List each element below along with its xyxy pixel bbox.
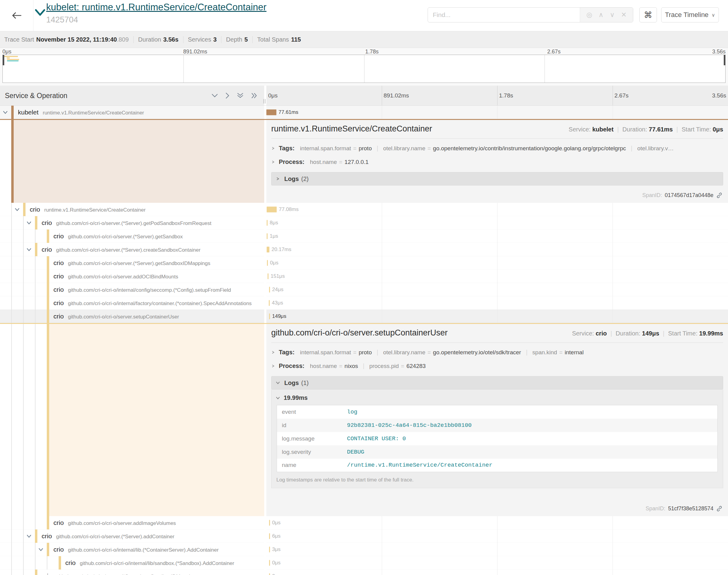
minimap-tick-label: 891.02ms	[183, 48, 207, 55]
tags-row[interactable]: Tags:internal.span.format=proto|otel.lib…	[271, 145, 723, 152]
span-service-name: criogithub.com/cri-o/cri-o/server.(*Serv…	[54, 259, 210, 267]
span-row[interactable]: criogithub.com/cri-o/cri-o/internal/conf…	[0, 283, 728, 296]
log-entry-toggle[interactable]: 19.99ms	[276, 394, 719, 401]
summary-item: Total Spans115	[253, 36, 305, 43]
span-duration-bar[interactable]	[269, 547, 270, 552]
span-operation-name: github.com/cri-o/cri-o/server.(*Server).…	[68, 234, 183, 240]
row-chevron-icon[interactable]	[26, 248, 32, 251]
span-duration-bar[interactable]	[269, 287, 270, 293]
span-row[interactable]: criogithub.com/cri-o/cri-o/server.addOCI…	[0, 270, 728, 283]
row-chevron-icon[interactable]	[26, 534, 32, 538]
chevron-right-icon	[271, 161, 275, 163]
span-duration-label: 43μs	[272, 300, 283, 306]
span-service-name: criogithub.com/cri-o/cri-o/internal/lib.…	[54, 546, 219, 553]
span-duration-bar[interactable]	[267, 220, 268, 226]
span-row[interactable]: kubeletruntime.v1.RuntimeService/CreateC…	[0, 106, 728, 119]
link-icon[interactable]	[716, 505, 723, 512]
tag-kv: otel.library.name=go.opentelemetry.io/ot…	[383, 349, 521, 356]
link-icon[interactable]	[716, 192, 723, 199]
span-operation-name: runtime.v1.RuntimeService/CreateContaine…	[43, 110, 144, 116]
span-duration-bar[interactable]	[267, 260, 268, 266]
span-row[interactable]: criogithub.com/cri-o/cri-o/server.(*Serv…	[0, 256, 728, 270]
span-row[interactable]: crioruntime.v1.RuntimeService/CreateCont…	[0, 203, 728, 216]
span-service-name: criogithub.com/cri-o/cri-o/internal/lib/…	[65, 559, 234, 567]
summary-item: Duration3.56s	[134, 36, 184, 43]
service-color-bar	[47, 270, 49, 283]
keyboard-shortcuts-button[interactable]: ⌘	[639, 7, 657, 23]
span-duration-bar[interactable]	[269, 533, 270, 539]
row-chevron-icon[interactable]	[26, 221, 32, 225]
span-duration-bar[interactable]	[267, 233, 268, 239]
view-selector-button[interactable]: Trace Timeline ∨	[661, 7, 719, 23]
summary-item: Trace StartNovember 15 2022, 11:19:40.80…	[4, 36, 134, 43]
span-id-value: 0174567d17a0448e	[665, 192, 714, 199]
collapse-all-icon[interactable]	[237, 92, 243, 99]
expand-one-icon[interactable]	[225, 92, 230, 99]
minimap-canvas[interactable]	[2, 55, 726, 83]
log-field-key: log.severity	[277, 445, 342, 459]
find-input[interactable]	[428, 8, 580, 22]
logs-section-toggle[interactable]: Logs(2)	[271, 172, 723, 185]
span-row[interactable]: criogithub.com/cri-o/cri-o/server.(*Serv…	[0, 216, 728, 230]
span-row[interactable]: criogithub.com/cri-o/cri-o/server.(*Serv…	[0, 570, 728, 575]
collapse-trace-header-icon[interactable]	[35, 8, 45, 16]
span-service-name: criogithub.com/cri-o/cri-o/server.(*Serv…	[42, 573, 198, 575]
span-operation-name: github.com/cri-o/cri-o/internal/config/s…	[68, 287, 231, 293]
chevron-right-icon	[271, 365, 275, 367]
find-clear-icon[interactable]: ✕	[621, 11, 627, 19]
row-chevron-icon[interactable]	[14, 208, 20, 211]
span-row[interactable]: criogithub.com/cri-o/cri-o/internal/lib.…	[0, 543, 728, 556]
span-row[interactable]: criogithub.com/cri-o/cri-o/server.(*Serv…	[0, 530, 728, 543]
span-duration-label: 1μs	[270, 233, 278, 239]
span-row[interactable]: criogithub.com/cri-o/cri-o/internal/fact…	[0, 296, 728, 310]
expand-all-icon[interactable]	[251, 92, 258, 99]
span-duration-bar[interactable]	[268, 274, 268, 279]
span-duration-bar[interactable]	[269, 314, 270, 319]
process-row[interactable]: Process:host.name=nixos|process.pid=6242…	[271, 363, 723, 369]
log-field-row: log.messageCONTAINER USER: 0	[277, 432, 718, 445]
span-duration-bar[interactable]	[267, 207, 277, 212]
trace-title-link[interactable]: kubelet: runtime.v1.RuntimeService/Creat…	[46, 2, 266, 13]
trace-minimap: 0μs891.02ms1.78s2.67s3.56s	[0, 48, 728, 86]
span-service-name: criogithub.com/cri-o/cri-o/internal/fact…	[54, 299, 252, 307]
find-prev-icon[interactable]: ∧	[599, 11, 603, 19]
chevron-right-icon	[271, 351, 275, 354]
span-service-name: crioruntime.v1.RuntimeService/CreateCont…	[30, 206, 145, 213]
span-duration-bar[interactable]	[266, 110, 276, 115]
jaeger-trace-page: kubelet: runtime.v1.RuntimeService/Creat…	[0, 0, 728, 575]
minimap-scrubber-right[interactable]	[724, 55, 725, 65]
span-service-name: criogithub.com/cri-o/cri-o/server.setupC…	[54, 313, 179, 320]
logs-section-toggle[interactable]: Logs(1)	[271, 376, 723, 390]
tags-row[interactable]: Tags:internal.span.format=proto|otel.lib…	[271, 349, 723, 356]
column-resizer-grip[interactable]	[263, 99, 265, 104]
row-chevron-icon[interactable]	[3, 110, 8, 114]
tag-kv: process.pid=624283	[369, 363, 426, 369]
span-duration-bar[interactable]	[269, 560, 270, 566]
span-row[interactable]: criogithub.com/cri-o/cri-o/server.(*Serv…	[0, 230, 728, 243]
locate-icon[interactable]: ◎	[587, 11, 592, 19]
tree-controls	[211, 92, 258, 99]
span-duration-bar[interactable]	[269, 573, 270, 575]
minimap-scrubber-left[interactable]	[3, 55, 4, 65]
process-row[interactable]: Process:host.name=127.0.0.1	[271, 159, 723, 165]
span-duration-bar[interactable]	[269, 300, 270, 306]
minimap-span	[7, 57, 10, 59]
collapse-one-icon[interactable]	[211, 92, 218, 99]
span-row[interactable]: criogithub.com/cri-o/cri-o/server.setupC…	[0, 310, 728, 323]
minimap-span	[7, 59, 19, 60]
span-row[interactable]: criogithub.com/cri-o/cri-o/server.addIma…	[0, 516, 728, 530]
span-operation-name: github.com/cri-o/cri-o/server.(*Server).…	[56, 574, 199, 575]
span-service-name: criogithub.com/cri-o/cri-o/server.addOCI…	[54, 273, 178, 280]
row-chevron-icon[interactable]	[38, 548, 43, 551]
span-duration-bar[interactable]	[267, 247, 269, 252]
span-row[interactable]: criogithub.com/cri-o/cri-o/internal/lib/…	[0, 556, 728, 570]
chevron-right-icon	[271, 147, 275, 150]
span-row[interactable]: criogithub.com/cri-o/cri-o/server.(*Serv…	[0, 243, 728, 256]
span-duration-bar[interactable]	[269, 520, 270, 526]
find-controls: ◎ ∧ ∨ ✕	[580, 8, 633, 22]
summary-item: Depth5	[222, 36, 253, 43]
find-next-icon[interactable]: ∨	[610, 11, 615, 19]
back-button[interactable]	[0, 0, 33, 31]
span-duration-label: 3μs	[272, 546, 280, 552]
tag-kv: otel.library.name=go.opentelemetry.io/co…	[383, 145, 626, 152]
